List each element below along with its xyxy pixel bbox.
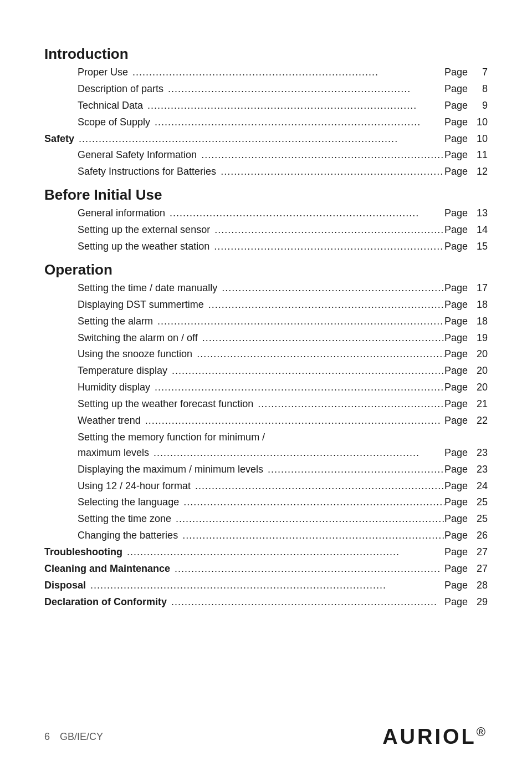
- dots: ........................................…: [198, 331, 444, 346]
- page-word: Page: [444, 82, 468, 97]
- entry-label: Scope of Supply: [78, 115, 150, 130]
- page-word: Page: [444, 206, 468, 221]
- page-number: 28: [472, 578, 488, 594]
- dots: ........................................…: [122, 545, 444, 560]
- page-word: Page: [444, 363, 468, 379]
- toc-entry-dst: Displaying DST summertime ..............…: [44, 297, 488, 313]
- entry-label: Setting up the external sensor: [78, 222, 210, 238]
- toc-entry-batteries: Changing the batteries .................…: [44, 528, 488, 544]
- page-number: 29: [472, 595, 488, 610]
- entry-label: Setting the time / date manually: [78, 281, 217, 296]
- toc-entry-proper-use: Proper Use .............................…: [44, 65, 488, 80]
- dots: ........................................…: [143, 98, 444, 114]
- brand-name: AURIOL: [382, 725, 477, 748]
- dots: ........................................…: [191, 479, 444, 494]
- dots: ........................................…: [141, 413, 444, 429]
- toc-entry-time-date: Setting the time / date manually .......…: [44, 281, 488, 296]
- heading-before-initial-use: Before Initial Use: [44, 186, 488, 204]
- entry-label: Displaying the maximum / minimum levels: [78, 462, 263, 478]
- toc-entry-temperature: Temperature display ....................…: [44, 363, 488, 379]
- entry-line2: maximum levels .........................…: [78, 445, 488, 461]
- page-word: Page: [444, 65, 468, 80]
- dots: ........................................…: [197, 148, 444, 163]
- page-word: Page: [444, 445, 468, 461]
- page-word: Page: [444, 561, 468, 577]
- toc-entry-language: Selecting the language .................…: [44, 495, 488, 510]
- toc-entry-snooze: Using the snooze function ..............…: [44, 347, 488, 362]
- toc-entry-general-safety: General Safety Information .............…: [44, 148, 488, 163]
- dots: ........................................…: [253, 397, 444, 412]
- toc-entry-weather-trend: Weather trend ..........................…: [44, 413, 488, 429]
- toc-entry-safety: Safety .................................…: [44, 131, 488, 147]
- toc-entry-troubleshooting: Troubleshooting ........................…: [44, 545, 488, 560]
- toc-entry-scope-supply: Scope of Supply ........................…: [44, 115, 488, 130]
- dots: ........................................…: [263, 462, 444, 478]
- footer-brand: AURIOL®: [382, 725, 488, 749]
- page-number: 19: [472, 331, 488, 346]
- entry-label: Safety Instructions for Batteries: [78, 164, 216, 180]
- page-number: 9: [472, 98, 488, 114]
- page-number: 24: [472, 479, 488, 494]
- dots: ........................................…: [153, 314, 444, 329]
- toc-entry-disposal: Disposal ...............................…: [44, 578, 488, 594]
- dots: ........................................…: [209, 239, 444, 255]
- entry-label: Changing the batteries: [78, 528, 178, 544]
- page-number: 11: [472, 148, 488, 163]
- heading-operation: Operation: [44, 261, 488, 278]
- toc-entry-declaration: Declaration of Conformity ..............…: [44, 595, 488, 610]
- page-number: 21: [472, 397, 488, 412]
- toc-entry-technical-data: Technical Data .........................…: [44, 98, 488, 114]
- entry-label: Setting up the weather station: [78, 239, 209, 255]
- footer-left: 6 GB/IE/CY: [44, 731, 103, 743]
- page-number: 22: [472, 413, 488, 429]
- entry-label: Switching the alarm on / off: [78, 331, 198, 346]
- page-number: 7: [472, 65, 488, 80]
- entry-label: Using 12 / 24-hour format: [78, 479, 191, 494]
- page-word: Page: [444, 222, 468, 238]
- dots: ........................................…: [192, 347, 444, 362]
- table-of-contents: Introduction Proper Use ................…: [44, 45, 488, 610]
- page-container: Introduction Proper Use ................…: [0, 0, 532, 771]
- toc-entry-weather-station: Setting up the weather station .........…: [44, 239, 488, 255]
- page-word: Page: [444, 578, 468, 594]
- page-number: 25: [472, 511, 488, 527]
- page-number: 17: [472, 281, 488, 296]
- entry-label: Weather trend: [78, 413, 141, 429]
- entry-label-block: Setting the memory function for minimum …: [78, 430, 488, 461]
- page-word: Page: [444, 511, 468, 527]
- entry-label: Safety: [44, 131, 74, 147]
- page-number: 23: [472, 445, 488, 461]
- page-number: 23: [472, 462, 488, 478]
- heading-introduction: Introduction: [44, 45, 488, 63]
- dots: ........................................…: [150, 380, 444, 395]
- dots: ........................................…: [165, 206, 444, 221]
- dots: ........................................…: [150, 115, 444, 130]
- page-number: 13: [472, 206, 488, 221]
- page-word: Page: [444, 331, 468, 346]
- toc-entry-forecast: Setting up the weather forecast function…: [44, 397, 488, 412]
- page-number: 10: [472, 115, 488, 130]
- entry-label: General Safety Information: [78, 148, 197, 163]
- toc-entry-description-parts: Description of parts ...................…: [44, 82, 488, 97]
- page-number: 18: [472, 297, 488, 313]
- entry-label: Troubleshooting: [44, 545, 122, 560]
- page-word: Page: [444, 462, 468, 478]
- page-word: Page: [444, 479, 468, 494]
- dots: ........................................…: [167, 595, 444, 610]
- page-word: Page: [444, 148, 468, 163]
- entry-label: Setting the time zone: [78, 511, 171, 527]
- toc-entry-timezone: Setting the time zone ..................…: [44, 511, 488, 527]
- page-number: 14: [472, 222, 488, 238]
- dots: ........................................…: [178, 528, 444, 544]
- entry-label: Displaying DST summertime: [78, 297, 204, 313]
- dots: ........................................…: [128, 65, 444, 80]
- dots: ........................................…: [179, 495, 444, 510]
- page-word: Page: [444, 528, 468, 544]
- toc-entry-humidity: Humidity display .......................…: [44, 380, 488, 395]
- page-word: Page: [444, 314, 468, 329]
- page-number: 25: [472, 495, 488, 510]
- dots: ........................................…: [74, 131, 444, 147]
- page-word: Page: [444, 495, 468, 510]
- page-number: 8: [472, 82, 488, 97]
- page-number: 20: [472, 363, 488, 379]
